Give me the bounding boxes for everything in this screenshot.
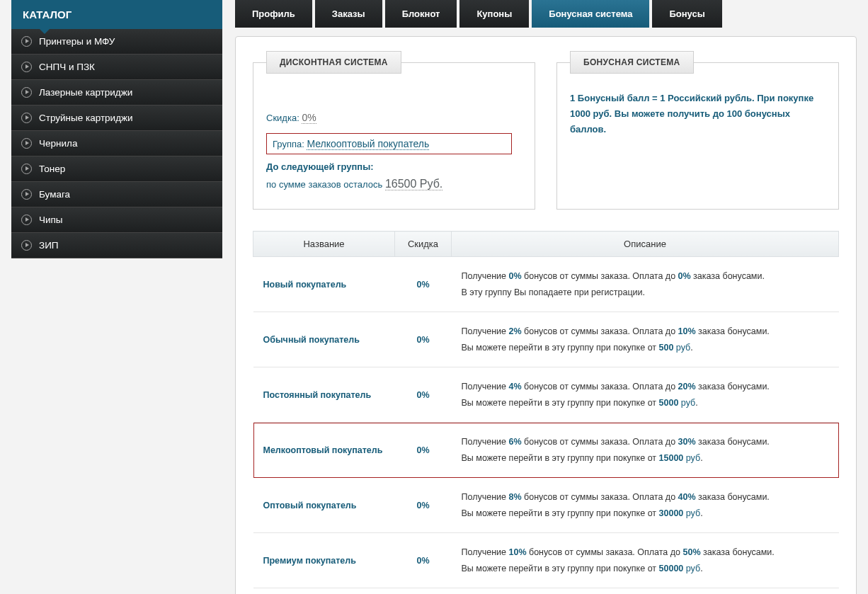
- bonus-legend: БОНУСНАЯ СИСТЕМА: [570, 51, 694, 74]
- catalog-item-label: СНПЧ и ПЗК: [39, 62, 95, 72]
- row-desc: Получение 4% бонусов от суммы заказа. Оп…: [452, 367, 839, 423]
- catalog-item-label: Лазерные картриджи: [39, 87, 132, 98]
- catalog-item-label: Чипы: [39, 215, 63, 225]
- catalog-item-label: Принтеры и МФУ: [39, 36, 115, 47]
- catalog-item-label: Струйные картриджи: [39, 113, 133, 123]
- catalog-item[interactable]: Струйные картриджи: [11, 105, 222, 131]
- content-box: ДИСКОНТНАЯ СИСТЕМА Скидка: 0% Группа: Ме…: [235, 36, 857, 594]
- bonus-fieldset: БОНУСНАЯ СИСТЕМА 1 Бонусный балл = 1 Рос…: [556, 51, 839, 210]
- row-desc: Получение 10% бонусов от суммы заказа. О…: [452, 533, 839, 588]
- play-icon: [21, 87, 32, 98]
- discount-group-row: Группа: Мелкооптовый покупатель: [266, 133, 512, 154]
- discount-legend: ДИСКОНТНАЯ СИСТЕМА: [266, 51, 401, 74]
- row-discount: 0%: [395, 367, 452, 423]
- catalog-item-label: Тонер: [39, 164, 65, 174]
- discount-skidka-row: Скидка: 0%: [266, 112, 522, 123]
- row-name[interactable]: Мелкооптовый покупатель: [253, 423, 395, 478]
- row-name[interactable]: Постоянный покупатель: [253, 367, 395, 423]
- catalog-item[interactable]: СНПЧ и ПЗК: [11, 55, 222, 80]
- discount-group-label: Группа:: [273, 139, 304, 149]
- play-icon: [21, 164, 32, 174]
- play-icon: [21, 215, 32, 225]
- play-icon: [21, 138, 32, 149]
- tabs: ПрофильЗаказыБлокнотКупоныБонусная систе…: [235, 0, 857, 28]
- catalog-item-label: ЗИП: [39, 240, 59, 251]
- catalog-item-label: Бумага: [39, 189, 70, 200]
- row-name[interactable]: Оптовый покупатель: [253, 478, 395, 533]
- catalog-item-label: Чернила: [39, 138, 77, 149]
- row-desc: Получение 0% бонусов от суммы заказа. Оп…: [452, 257, 839, 312]
- groups-table: Название Скидка Описание Новый покупател…: [253, 231, 839, 588]
- tab[interactable]: Бонусы: [652, 0, 721, 28]
- play-icon: [21, 189, 32, 200]
- tab[interactable]: Купоны: [459, 0, 529, 28]
- play-icon: [21, 240, 32, 251]
- table-row: Мелкооптовый покупатель0%Получение 6% бо…: [253, 423, 839, 478]
- catalog-header: КАТАЛОГ: [11, 0, 222, 29]
- catalog-item[interactable]: Бумага: [11, 182, 222, 207]
- row-discount: 0%: [395, 312, 452, 367]
- catalog-item[interactable]: Тонер: [11, 156, 222, 182]
- catalog-item[interactable]: Лазерные картриджи: [11, 80, 222, 105]
- row-discount: 0%: [395, 423, 452, 478]
- play-icon: [21, 62, 32, 72]
- discount-fieldset: ДИСКОНТНАЯ СИСТЕМА Скидка: 0% Группа: Ме…: [253, 51, 535, 210]
- catalog-item[interactable]: ЗИП: [11, 233, 222, 258]
- tab[interactable]: Бонусная система: [532, 0, 649, 28]
- discount-skidka-value: 0%: [302, 112, 316, 124]
- row-desc: Получение 2% бонусов от суммы заказа. Оп…: [452, 312, 839, 367]
- tab[interactable]: Блокнот: [385, 0, 457, 28]
- catalog-sidebar: КАТАЛОГ Принтеры и МФУСНПЧ и ПЗКЛазерные…: [11, 0, 222, 594]
- discount-group-value[interactable]: Мелкооптовый покупатель: [307, 138, 429, 150]
- th-name: Название: [253, 232, 395, 257]
- th-desc: Описание: [452, 232, 839, 257]
- play-icon: [21, 36, 32, 47]
- discount-next-value: по сумме заказов осталось 16500 Руб.: [266, 178, 522, 190]
- discount-next-label: До следующей группы:: [266, 161, 522, 172]
- th-discount: Скидка: [395, 232, 452, 257]
- catalog-item[interactable]: Чипы: [11, 207, 222, 233]
- row-desc: Получение 8% бонусов от суммы заказа. Оп…: [452, 478, 839, 533]
- discount-next-amount: 16500 Руб.: [385, 178, 442, 190]
- discount-skidka-label: Скидка:: [266, 113, 299, 123]
- table-row: Премиум покупатель0%Получение 10% бонусо…: [253, 533, 839, 588]
- table-row: Оптовый покупатель0%Получение 8% бонусов…: [253, 478, 839, 533]
- row-desc: Получение 6% бонусов от суммы заказа. Оп…: [452, 423, 839, 478]
- row-name[interactable]: Обычный покупатель: [253, 312, 395, 367]
- table-row: Постоянный покупатель0%Получение 4% бону…: [253, 367, 839, 423]
- row-name[interactable]: Новый покупатель: [253, 257, 395, 312]
- row-discount: 0%: [395, 533, 452, 588]
- table-row: Новый покупатель0%Получение 0% бонусов о…: [253, 257, 839, 312]
- play-icon: [21, 113, 32, 123]
- tab[interactable]: Профиль: [235, 0, 312, 28]
- row-name[interactable]: Премиум покупатель: [253, 533, 395, 588]
- discount-next-prefix: по сумме заказов осталось: [266, 179, 382, 190]
- tab[interactable]: Заказы: [315, 0, 382, 28]
- row-discount: 0%: [395, 478, 452, 533]
- row-discount: 0%: [395, 257, 452, 312]
- table-row: Обычный покупатель0%Получение 2% бонусов…: [253, 312, 839, 367]
- catalog-item[interactable]: Чернила: [11, 131, 222, 156]
- bonus-text: 1 Бонусный балл = 1 Российский рубль. Пр…: [570, 91, 826, 137]
